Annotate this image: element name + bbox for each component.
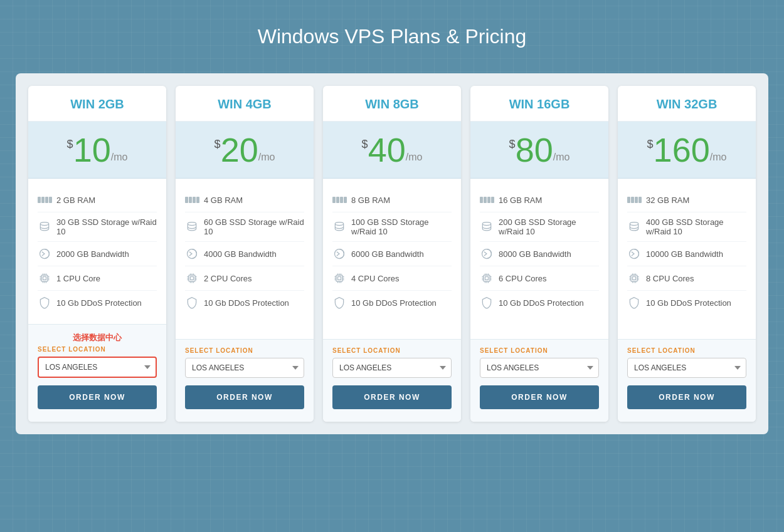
price-amount: 80 xyxy=(516,133,553,167)
plans-container: WIN 2GB $ 10 /mo 2 GB RAM xyxy=(16,73,768,434)
feature-item: 30 GB SSD Storage w/Raid 10 xyxy=(38,212,157,242)
svg-rect-2 xyxy=(41,275,48,281)
feature-text: 2 GB RAM xyxy=(56,196,95,205)
feature-icon-shield xyxy=(38,296,51,310)
feature-icon-cpu xyxy=(480,271,494,285)
feature-text: 6000 GB Bandwidth xyxy=(351,249,424,259)
svg-point-48 xyxy=(482,222,490,226)
location-select[interactable]: LOS ANGELESNEW YORKCHICAGO xyxy=(480,358,599,378)
svg-rect-66 xyxy=(631,275,637,281)
order-button[interactable]: ORDER NOW xyxy=(38,385,157,409)
feature-text: 10 Gb DDoS Protection xyxy=(204,298,289,308)
plan-card-win32gb: WIN 32GB $ 160 /mo 32 GB RAM xyxy=(618,86,756,422)
location-select[interactable]: LOS ANGELESNEW YORKCHICAGO xyxy=(332,358,452,378)
svg-point-16 xyxy=(188,222,196,226)
location-select[interactable]: LOS ANGELESNEW YORKCHICAGO xyxy=(627,358,746,378)
feature-text: 10 Gb DDoS Protection xyxy=(499,298,584,308)
plan-footer: SELECT LOCATION LOS ANGELESNEW YORKCHICA… xyxy=(176,339,314,422)
feature-item: 2 GB RAM xyxy=(38,188,157,212)
svg-point-32 xyxy=(335,222,343,226)
feature-item: 400 GB SSD Storage w/Raid 10 xyxy=(627,212,746,242)
feature-item: 8 GB RAM xyxy=(332,188,452,212)
ram-icon xyxy=(480,197,494,203)
price-period: /mo xyxy=(258,152,275,163)
storage-icon xyxy=(38,221,51,233)
plan-header: WIN 4GB xyxy=(176,86,314,122)
plan-price: $ 160 /mo xyxy=(627,133,746,167)
bandwidth-icon xyxy=(38,248,51,260)
storage-icon xyxy=(186,221,198,233)
feature-item: 100 GB SSD Storage w/Raid 10 xyxy=(332,212,452,242)
plan-price: $ 40 /mo xyxy=(332,133,452,167)
feature-item: 10 Gb DDoS Protection xyxy=(332,291,452,315)
select-location-label: SELECT LOCATION xyxy=(185,347,304,354)
order-button[interactable]: ORDER NOW xyxy=(332,385,452,409)
bandwidth-icon xyxy=(628,248,640,260)
feature-icon-storage xyxy=(627,220,641,234)
feature-item: 1 CPU Core xyxy=(38,266,157,291)
feature-text: 4 GB RAM xyxy=(204,196,243,205)
svg-rect-34 xyxy=(336,275,342,281)
plan-price-box: $ 40 /mo xyxy=(323,122,461,179)
feature-text: 4 CPU Cores xyxy=(351,274,400,283)
feature-icon-cpu xyxy=(627,271,641,285)
order-button[interactable]: ORDER NOW xyxy=(627,385,746,409)
svg-point-0 xyxy=(40,222,48,226)
feature-text: 10000 GB Bandwidth xyxy=(646,249,723,259)
svg-rect-18 xyxy=(189,275,195,281)
storage-icon xyxy=(480,221,493,233)
location-select[interactable]: LOS ANGELESNEW YORKCHICAGO xyxy=(38,357,157,378)
feature-icon-ram xyxy=(480,193,494,207)
feature-text: 32 GB RAM xyxy=(646,196,689,205)
price-period: /mo xyxy=(406,152,423,163)
plan-header: WIN 32GB xyxy=(618,86,756,122)
feature-icon-bandwidth xyxy=(332,247,346,261)
feature-text: 2000 GB Bandwidth xyxy=(56,249,129,259)
feature-item: 6000 GB Bandwidth xyxy=(332,242,452,266)
price-period: /mo xyxy=(111,152,128,163)
plan-card-win4gb: WIN 4GB $ 20 /mo 4 GB RAM xyxy=(176,86,314,422)
feature-item: 6 CPU Cores xyxy=(480,266,599,291)
select-location-label: SELECT LOCATION xyxy=(38,346,157,353)
storage-icon xyxy=(333,221,346,233)
feature-item: 10 Gb DDoS Protection xyxy=(480,291,599,315)
plan-price: $ 10 /mo xyxy=(38,133,157,167)
plan-price: $ 80 /mo xyxy=(480,133,599,167)
plan-footer: SELECT LOCATION LOS ANGELESNEW YORKCHICA… xyxy=(618,339,756,422)
page-title: Windows VPS Plans & Pricing xyxy=(258,25,527,48)
feature-text: 60 GB SSD Storage w/Raid 10 xyxy=(204,217,304,236)
feature-text: 400 GB SSD Storage w/Raid 10 xyxy=(646,217,746,236)
bandwidth-icon xyxy=(333,248,346,260)
feature-icon-shield xyxy=(480,296,494,310)
plan-features: 32 GB RAM 400 GB SSD Storage w/Raid 10 1… xyxy=(618,179,756,339)
order-button[interactable]: ORDER NOW xyxy=(480,385,599,409)
feature-item: 2 CPU Cores xyxy=(185,266,304,291)
ram-icon xyxy=(332,197,347,203)
plan-footer: 选择数据中心 SELECT LOCATION LOS ANGELESNEW YO… xyxy=(28,324,166,422)
feature-icon-ram xyxy=(627,193,641,207)
feature-item: 10000 GB Bandwidth xyxy=(627,242,746,266)
feature-item: 4000 GB Bandwidth xyxy=(185,242,304,266)
cpu-icon xyxy=(480,272,493,284)
feature-icon-ram xyxy=(332,193,346,207)
plan-price: $ 20 /mo xyxy=(185,133,304,167)
feature-icon-storage xyxy=(38,220,51,234)
price-amount: 10 xyxy=(73,133,111,167)
plan-card-win16gb: WIN 16GB $ 80 /mo 16 GB RAM xyxy=(470,86,608,422)
price-period: /mo xyxy=(710,152,727,163)
feature-text: 1 CPU Core xyxy=(56,274,100,283)
svg-rect-67 xyxy=(633,277,636,280)
feature-item: 4 GB RAM xyxy=(185,188,304,212)
cpu-icon xyxy=(628,272,640,284)
feature-icon-bandwidth xyxy=(185,247,199,261)
order-button[interactable]: ORDER NOW xyxy=(185,385,304,409)
feature-icon-cpu xyxy=(332,271,346,285)
select-location-label: SELECT LOCATION xyxy=(627,347,746,354)
svg-rect-50 xyxy=(484,275,490,281)
feature-icon-cpu xyxy=(185,271,199,285)
price-amount: 20 xyxy=(221,133,258,167)
price-dollar: $ xyxy=(647,138,654,151)
feature-icon-shield xyxy=(332,296,346,310)
feature-text: 10 Gb DDoS Protection xyxy=(56,298,142,308)
location-select[interactable]: LOS ANGELESNEW YORKCHICAGO xyxy=(185,358,304,378)
